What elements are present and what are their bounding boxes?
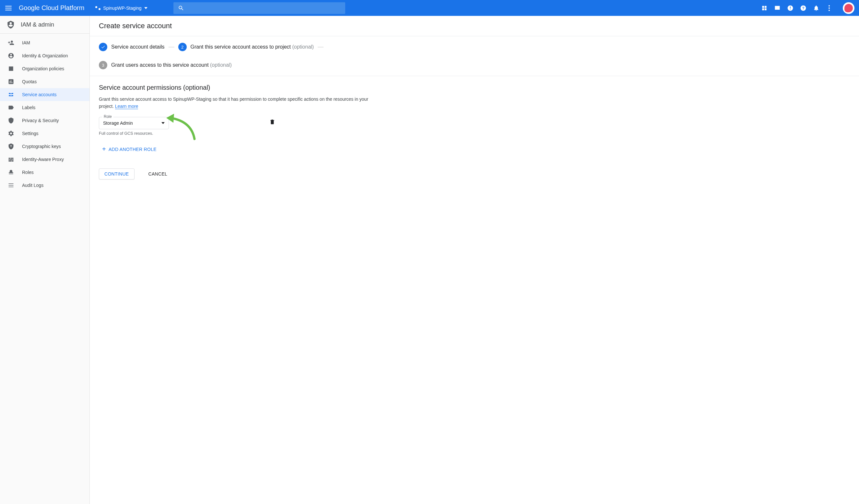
sidebar-item-iam[interactable]: IAM (0, 36, 89, 49)
gear-icon (8, 130, 14, 137)
sidebar-item-label: Privacy & Security (22, 118, 59, 123)
sidebar-item-label: Identity-Aware Proxy (22, 157, 64, 162)
page-title: Create service account (90, 16, 859, 36)
bell-icon[interactable] (813, 5, 819, 11)
sidebar-item-quotas[interactable]: Quotas (0, 75, 89, 88)
logo-right: Cloud Platform (42, 4, 84, 11)
step-dash-icon (168, 47, 175, 47)
step3-circle: 3 (99, 61, 107, 69)
sidebar-item-label: Quotas (22, 79, 36, 84)
key-shield-icon (8, 143, 14, 149)
project-picker[interactable]: SpinupWP-Staging (92, 3, 150, 13)
person-add-icon (8, 40, 14, 46)
cloudshell-icon[interactable] (774, 5, 781, 11)
sidebar-item-identity[interactable]: Identity & Organization (0, 49, 89, 62)
sidebar-item-label: IAM (22, 40, 30, 45)
project-dots-icon (95, 5, 101, 11)
sidebar-item-org-policies[interactable]: Organization policies (0, 62, 89, 75)
stepper: Service account details 2 Grant this ser… (90, 36, 859, 76)
step2-label: Grant this service account access to pro… (191, 44, 314, 50)
step-dash-icon (318, 47, 323, 47)
sidebar-item-label: Service accounts (22, 92, 57, 97)
section-title: Service account permissions (optional) (99, 84, 373, 91)
step3-label: Grant users access to this service accou… (111, 62, 232, 68)
sidebar-item-service-accounts[interactable]: Service accounts (0, 88, 89, 101)
sidebar-item-label: Organization policies (22, 66, 64, 71)
sidebar-item-label: Identity & Organization (22, 53, 68, 58)
wall-icon (8, 156, 14, 162)
alert-icon[interactable] (787, 5, 794, 11)
doc-icon (8, 65, 14, 72)
sidebar-item-label: Settings (22, 131, 39, 136)
svg-text:?: ? (802, 6, 804, 10)
menu-icon[interactable] (4, 4, 12, 12)
cancel-button[interactable]: CANCEL (143, 169, 173, 179)
sidebar-item-crypto[interactable]: Cryptographic keys (0, 140, 89, 153)
plus-icon: + (102, 145, 106, 153)
nav-list: IAM Identity & Organization Organization… (0, 34, 89, 192)
learn-more-link[interactable]: Learn more (115, 104, 138, 109)
sidebar-item-audit[interactable]: Audit Logs (0, 179, 89, 192)
list-icon (8, 182, 14, 189)
search-icon (178, 5, 184, 11)
sidebar-title: IAM & admin (21, 21, 54, 28)
sidebar-item-label: Roles (22, 170, 34, 175)
delete-role-button[interactable] (269, 119, 275, 125)
add-another-role-button[interactable]: + ADD ANOTHER ROLE (102, 145, 373, 153)
caret-down-icon (144, 7, 148, 9)
svg-rect-2 (790, 9, 790, 10)
section-description: Grant this service account access to Spi… (99, 96, 373, 110)
search-box[interactable] (174, 2, 345, 14)
sidebar-item-roles[interactable]: Roles (0, 166, 89, 179)
role-select-container: Role Storage Admin (99, 117, 169, 129)
sidebar-item-iap[interactable]: Identity-Aware Proxy (0, 153, 89, 166)
header-icons: ? (761, 2, 855, 14)
role-field-label: Role (102, 114, 114, 119)
sidebar-item-settings[interactable]: Settings (0, 127, 89, 140)
role-description: Full control of GCS resources. (99, 131, 169, 136)
overflow-icon[interactable] (826, 5, 832, 11)
gift-icon[interactable] (761, 5, 768, 11)
header-bar: Google Cloud Platform SpinupWP-Staging ? (0, 0, 859, 16)
sidebar: IAM & admin IAM Identity & Organization … (0, 16, 90, 504)
continue-button[interactable]: CONTINUE (99, 169, 135, 179)
project-name: SpinupWP-Staging (103, 5, 141, 11)
platform-logo[interactable]: Google Cloud Platform (19, 4, 84, 12)
sidebar-item-label: Labels (22, 105, 35, 110)
sidebar-item-label: Cryptographic keys (22, 144, 61, 149)
sidebar-item-privacy[interactable]: Privacy & Security (0, 114, 89, 127)
step1-check-icon (99, 43, 107, 51)
caret-down-icon (162, 122, 165, 124)
sidebar-header: IAM & admin (0, 16, 89, 34)
search-input[interactable] (184, 5, 341, 11)
avatar-image (844, 4, 853, 12)
main-content: Create service account Service account d… (90, 16, 859, 504)
step1-label: Service account details (111, 44, 165, 50)
hat-icon (8, 169, 14, 176)
account-icon (8, 52, 14, 59)
svg-rect-1 (790, 6, 790, 9)
add-role-label: ADD ANOTHER ROLE (109, 147, 156, 152)
service-icon (8, 91, 14, 98)
logo-left: Google (19, 4, 40, 11)
iam-admin-icon (6, 20, 15, 29)
trash-icon (269, 119, 275, 125)
sidebar-item-label: Audit Logs (22, 183, 43, 188)
shield-icon (8, 117, 14, 124)
help-icon[interactable]: ? (800, 5, 807, 11)
step2-circle: 2 (178, 43, 187, 51)
role-select-value: Storage Admin (103, 121, 133, 126)
chart-icon (8, 78, 14, 85)
avatar[interactable] (843, 2, 855, 14)
sidebar-item-labels[interactable]: Labels (0, 101, 89, 114)
tag-icon (8, 104, 14, 111)
